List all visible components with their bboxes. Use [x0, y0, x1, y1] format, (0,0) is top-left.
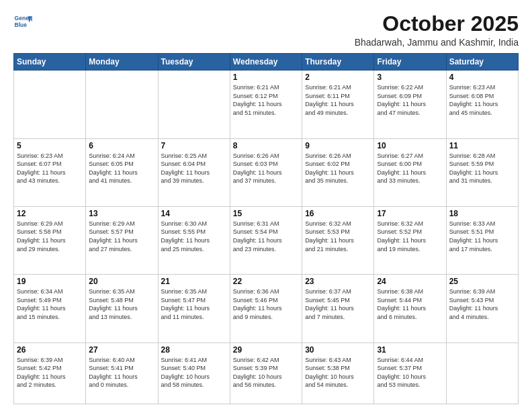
day-number: 19: [17, 277, 83, 286]
day-info: Sunrise: 6:21 AM Sunset: 6:11 PM Dayligh…: [305, 83, 371, 117]
calendar-cell: [446, 342, 518, 404]
day-number: 28: [161, 345, 227, 355]
calendar-cell: 11Sunrise: 6:28 AM Sunset: 5:59 PM Dayli…: [446, 138, 518, 206]
day-number: 14: [161, 209, 227, 218]
day-info: Sunrise: 6:25 AM Sunset: 6:04 PM Dayligh…: [161, 152, 227, 185]
day-number: 17: [377, 209, 443, 218]
calendar-cell: 1Sunrise: 6:21 AM Sunset: 6:12 PM Daylig…: [230, 71, 302, 138]
calendar-cell: 22Sunrise: 6:36 AM Sunset: 5:46 PM Dayli…: [230, 275, 302, 342]
calendar-cell: [86, 71, 158, 138]
day-number: 22: [233, 277, 299, 286]
day-number: 30: [305, 345, 371, 355]
day-number: 18: [449, 209, 515, 218]
day-info: Sunrise: 6:28 AM Sunset: 5:59 PM Dayligh…: [449, 152, 515, 185]
week-row-1: 5Sunrise: 6:23 AM Sunset: 6:07 PM Daylig…: [14, 138, 519, 206]
day-number: 5: [17, 141, 83, 150]
header-saturday: Saturday: [446, 54, 518, 71]
calendar-cell: 28Sunrise: 6:41 AM Sunset: 5:40 PM Dayli…: [158, 342, 230, 404]
day-info: Sunrise: 6:44 AM Sunset: 5:37 PM Dayligh…: [377, 356, 443, 390]
day-info: Sunrise: 6:31 AM Sunset: 5:54 PM Dayligh…: [233, 220, 299, 253]
calendar-cell: 31Sunrise: 6:44 AM Sunset: 5:37 PM Dayli…: [374, 342, 446, 404]
calendar-cell: 30Sunrise: 6:43 AM Sunset: 5:38 PM Dayli…: [302, 342, 374, 404]
day-info: Sunrise: 6:37 AM Sunset: 5:45 PM Dayligh…: [305, 287, 371, 321]
day-info: Sunrise: 6:26 AM Sunset: 6:02 PM Dayligh…: [305, 152, 371, 185]
day-number: 12: [17, 209, 83, 218]
header-thursday: Thursday: [302, 54, 374, 71]
day-info: Sunrise: 6:38 AM Sunset: 5:44 PM Dayligh…: [377, 287, 443, 321]
day-number: 7: [161, 141, 227, 150]
day-number: 29: [233, 345, 299, 355]
calendar-cell: 4Sunrise: 6:23 AM Sunset: 6:08 PM Daylig…: [446, 71, 518, 138]
calendar-cell: 5Sunrise: 6:23 AM Sunset: 6:07 PM Daylig…: [14, 138, 86, 206]
day-info: Sunrise: 6:23 AM Sunset: 6:07 PM Dayligh…: [17, 152, 83, 185]
day-number: 13: [89, 209, 154, 218]
day-info: Sunrise: 6:35 AM Sunset: 5:47 PM Dayligh…: [161, 287, 227, 321]
calendar-cell: 6Sunrise: 6:24 AM Sunset: 6:05 PM Daylig…: [86, 138, 158, 206]
day-number: 26: [17, 345, 83, 355]
header: General Blue October 2025 Bhadarwah, Jam…: [13, 12, 519, 48]
day-info: Sunrise: 6:39 AM Sunset: 5:43 PM Dayligh…: [449, 287, 515, 321]
calendar-cell: 19Sunrise: 6:34 AM Sunset: 5:49 PM Dayli…: [14, 275, 86, 342]
header-tuesday: Tuesday: [158, 54, 230, 71]
calendar-cell: 15Sunrise: 6:31 AM Sunset: 5:54 PM Dayli…: [230, 206, 302, 274]
day-info: Sunrise: 6:35 AM Sunset: 5:48 PM Dayligh…: [89, 287, 154, 321]
day-info: Sunrise: 6:27 AM Sunset: 6:00 PM Dayligh…: [377, 152, 443, 185]
calendar-cell: 10Sunrise: 6:27 AM Sunset: 6:00 PM Dayli…: [374, 138, 446, 206]
calendar-table: Sunday Monday Tuesday Wednesday Thursday…: [13, 53, 519, 404]
day-number: 3: [377, 73, 443, 82]
day-info: Sunrise: 6:29 AM Sunset: 5:58 PM Dayligh…: [17, 220, 83, 253]
calendar-cell: [14, 71, 86, 138]
week-row-3: 19Sunrise: 6:34 AM Sunset: 5:49 PM Dayli…: [14, 275, 519, 342]
calendar-cell: 13Sunrise: 6:29 AM Sunset: 5:57 PM Dayli…: [86, 206, 158, 274]
calendar-cell: 17Sunrise: 6:32 AM Sunset: 5:52 PM Dayli…: [374, 206, 446, 274]
week-row-2: 12Sunrise: 6:29 AM Sunset: 5:58 PM Dayli…: [14, 206, 519, 274]
day-info: Sunrise: 6:24 AM Sunset: 6:05 PM Dayligh…: [89, 152, 154, 185]
day-info: Sunrise: 6:43 AM Sunset: 5:38 PM Dayligh…: [305, 356, 371, 390]
day-info: Sunrise: 6:32 AM Sunset: 5:52 PM Dayligh…: [377, 220, 443, 253]
day-number: 24: [377, 277, 443, 286]
day-info: Sunrise: 6:29 AM Sunset: 5:57 PM Dayligh…: [89, 220, 154, 253]
calendar-cell: 21Sunrise: 6:35 AM Sunset: 5:47 PM Dayli…: [158, 275, 230, 342]
week-row-4: 26Sunrise: 6:39 AM Sunset: 5:42 PM Dayli…: [14, 342, 519, 404]
calendar-cell: 8Sunrise: 6:26 AM Sunset: 6:03 PM Daylig…: [230, 138, 302, 206]
day-number: 16: [305, 209, 371, 218]
svg-text:Blue: Blue: [15, 21, 28, 28]
logo-icon: General Blue: [13, 12, 32, 31]
day-number: 27: [89, 345, 154, 355]
calendar-cell: 18Sunrise: 6:33 AM Sunset: 5:51 PM Dayli…: [446, 206, 518, 274]
title-block: October 2025 Bhadarwah, Jammu and Kashmi…: [355, 12, 519, 48]
header-friday: Friday: [374, 54, 446, 71]
calendar-cell: 26Sunrise: 6:39 AM Sunset: 5:42 PM Dayli…: [14, 342, 86, 404]
calendar-cell: 20Sunrise: 6:35 AM Sunset: 5:48 PM Dayli…: [86, 275, 158, 342]
week-row-0: 1Sunrise: 6:21 AM Sunset: 6:12 PM Daylig…: [14, 71, 519, 138]
calendar-cell: 9Sunrise: 6:26 AM Sunset: 6:02 PM Daylig…: [302, 138, 374, 206]
calendar-cell: 27Sunrise: 6:40 AM Sunset: 5:41 PM Dayli…: [86, 342, 158, 404]
day-info: Sunrise: 6:26 AM Sunset: 6:03 PM Dayligh…: [233, 152, 299, 185]
day-info: Sunrise: 6:32 AM Sunset: 5:53 PM Dayligh…: [305, 220, 371, 253]
page: General Blue October 2025 Bhadarwah, Jam…: [0, 0, 532, 411]
calendar-cell: 12Sunrise: 6:29 AM Sunset: 5:58 PM Dayli…: [14, 206, 86, 274]
calendar-cell: 25Sunrise: 6:39 AM Sunset: 5:43 PM Dayli…: [446, 275, 518, 342]
calendar-cell: 3Sunrise: 6:22 AM Sunset: 6:09 PM Daylig…: [374, 71, 446, 138]
day-number: 15: [233, 209, 299, 218]
day-number: 20: [89, 277, 154, 286]
day-number: 6: [89, 141, 154, 150]
calendar-header-row: Sunday Monday Tuesday Wednesday Thursday…: [14, 54, 519, 71]
header-sunday: Sunday: [14, 54, 86, 71]
logo: General Blue: [13, 12, 32, 31]
day-info: Sunrise: 6:30 AM Sunset: 5:55 PM Dayligh…: [161, 220, 227, 253]
day-info: Sunrise: 6:23 AM Sunset: 6:08 PM Dayligh…: [449, 83, 515, 117]
day-info: Sunrise: 6:34 AM Sunset: 5:49 PM Dayligh…: [17, 287, 83, 321]
day-number: 8: [233, 141, 299, 150]
header-monday: Monday: [86, 54, 158, 71]
day-number: 1: [233, 73, 299, 82]
day-info: Sunrise: 6:42 AM Sunset: 5:39 PM Dayligh…: [233, 356, 299, 390]
day-info: Sunrise: 6:33 AM Sunset: 5:51 PM Dayligh…: [449, 220, 515, 253]
day-number: 23: [305, 277, 371, 286]
day-info: Sunrise: 6:40 AM Sunset: 5:41 PM Dayligh…: [89, 356, 154, 390]
calendar-cell: 14Sunrise: 6:30 AM Sunset: 5:55 PM Dayli…: [158, 206, 230, 274]
day-number: 31: [377, 345, 443, 355]
main-title: October 2025: [355, 12, 519, 36]
day-number: 4: [449, 73, 515, 82]
day-info: Sunrise: 6:22 AM Sunset: 6:09 PM Dayligh…: [377, 83, 443, 117]
